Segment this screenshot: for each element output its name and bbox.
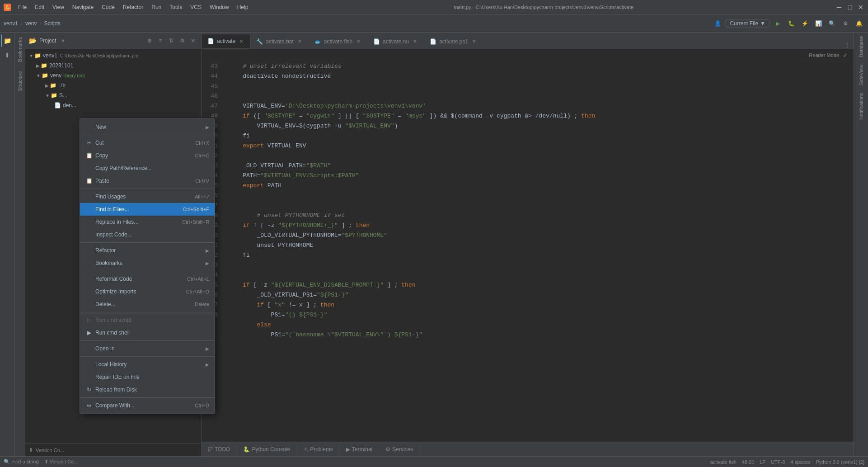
- tree-item-lib[interactable]: ▶ 📁 Lib: [25, 80, 201, 90]
- notifications-tab[interactable]: Notifications: [856, 89, 867, 123]
- tab-services[interactable]: ⚙ Services: [379, 442, 420, 456]
- ctx-copy-path[interactable]: Copy Path/Reference...: [80, 162, 215, 175]
- tab-activate-fish[interactable]: 🐟 activate.fish ✕: [309, 34, 367, 48]
- find-string-button[interactable]: 🔍 Find a string: [4, 459, 39, 465]
- tab-activate-bat[interactable]: 🔧 activate.bat ✕: [250, 34, 308, 48]
- menu-window[interactable]: Window: [206, 3, 233, 11]
- problems-icon: ⚠: [303, 446, 308, 453]
- tree-item-venv[interactable]: ▼ 📁 venv library root: [25, 71, 201, 80]
- structure-vtab[interactable]: Structure: [15, 66, 24, 96]
- project-dropdown-arrow[interactable]: ▼: [61, 38, 66, 43]
- code-editor[interactable]: 43 44 45 46 47 48 49 50 51 52 53 54 55 5…: [202, 61, 854, 442]
- locate-file-icon[interactable]: ⊕: [145, 36, 154, 45]
- menu-navigate[interactable]: Navigate: [69, 3, 97, 11]
- ctx-cut[interactable]: ✂ Cut Ctrl+X: [80, 137, 215, 149]
- tab-activate-close[interactable]: ✕: [238, 38, 244, 44]
- ctx-repair-ide[interactable]: Repair IDE on File: [80, 371, 215, 383]
- tab-activate-bat-close[interactable]: ✕: [296, 38, 303, 45]
- ctx-refactor[interactable]: Refactor ▶: [80, 244, 215, 257]
- menu-edit[interactable]: Edit: [31, 3, 48, 11]
- breadcrumb-venv[interactable]: venv: [25, 20, 37, 27]
- tree-item-venv1[interactable]: ▼ 📁 venv1 C:\Users\Xu Han\Desktop\pychar…: [25, 51, 201, 61]
- title-left: 🐍 File Edit View Navigate Code Refactor …: [4, 3, 252, 11]
- coverage-button[interactable]: ⚡: [799, 18, 810, 29]
- ctx-local-history[interactable]: Local History ▶: [80, 358, 215, 371]
- indent-setting[interactable]: 4 spaces: [790, 459, 810, 465]
- expand-arrow-venv: ▼: [36, 73, 41, 78]
- settings-button[interactable]: ⚙: [840, 18, 851, 29]
- ctx-delete[interactable]: Delete... Delete: [80, 298, 215, 311]
- sidebar-commit-icon[interactable]: ⬆: [1, 49, 14, 61]
- maximize-button[interactable]: □: [846, 4, 854, 11]
- tab-activate-fish-icon: 🐟: [314, 38, 321, 45]
- tab-activate-ps1[interactable]: 📄 activate.ps1 ✕: [424, 34, 483, 48]
- encoding[interactable]: UTF-8: [771, 459, 785, 465]
- ctx-find-in-files[interactable]: Find in Files... Ctrl+Shift+F: [80, 203, 215, 216]
- tree-item-20231101[interactable]: ▶ 📁 20231101: [25, 61, 201, 71]
- tab-python-console[interactable]: 🐍 Python Console: [237, 442, 297, 456]
- bookmarks-vtab[interactable]: Bookmarks: [15, 33, 24, 66]
- tab-activate[interactable]: 📄 activate ✕: [202, 34, 250, 48]
- debug-button[interactable]: 🐛: [786, 18, 797, 29]
- ctx-open-in[interactable]: Open In ▶: [80, 342, 215, 355]
- minimize-button[interactable]: ─: [835, 4, 843, 11]
- tab-problems[interactable]: ⚠ Problems: [297, 442, 340, 456]
- line-ending[interactable]: LF: [760, 459, 765, 465]
- menu-file[interactable]: File: [14, 3, 30, 11]
- ctx-compare-with[interactable]: ⇔ Compare With... Ctrl+D: [80, 399, 215, 412]
- profile-button[interactable]: 📊: [813, 18, 824, 29]
- database-tab[interactable]: Database: [856, 33, 867, 61]
- ctx-paste[interactable]: 📋 Paste Ctrl+V: [80, 175, 215, 187]
- menu-vcs[interactable]: VCS: [187, 3, 205, 11]
- cursor-position[interactable]: 48:20: [742, 459, 755, 465]
- sort-icon[interactable]: ⇅: [167, 36, 176, 45]
- updates-button[interactable]: 🔔: [854, 18, 864, 29]
- close-button[interactable]: ✕: [857, 4, 864, 11]
- menu-help[interactable]: Help: [234, 3, 252, 11]
- menu-run[interactable]: Run: [148, 3, 165, 11]
- breadcrumb-venv1[interactable]: venv1: [4, 20, 18, 27]
- menu-code[interactable]: Code: [98, 3, 118, 11]
- tree-item-scripts[interactable]: ▼ 📁 S...: [25, 90, 201, 100]
- ctx-replace-in-files[interactable]: Replace in Files... Ctrl+Shift+R: [80, 216, 215, 228]
- collapse-all-icon[interactable]: ≡: [156, 36, 165, 45]
- terminal-icon: ▶: [346, 446, 350, 453]
- breadcrumb-scripts[interactable]: Scripts: [44, 20, 61, 27]
- tab-terminal[interactable]: ▶ Terminal: [340, 442, 379, 456]
- close-panel-icon[interactable]: ✕: [188, 36, 197, 45]
- sideview-tab[interactable]: SideView: [856, 61, 867, 89]
- tab-activate-nu[interactable]: 📄 activate.nu ✕: [367, 34, 424, 48]
- run-button[interactable]: ▶: [772, 18, 783, 29]
- ctx-inspect-code[interactable]: Inspect Code...: [80, 228, 215, 241]
- gear-icon[interactable]: ⚙: [178, 36, 187, 45]
- reader-mode-check[interactable]: ✓: [843, 52, 848, 59]
- menu-tools[interactable]: Tools: [166, 3, 186, 11]
- ctx-sep-1: [80, 135, 215, 135]
- avatar-button[interactable]: 👤: [712, 18, 723, 29]
- run-config-dropdown[interactable]: Current File ▼: [726, 19, 769, 28]
- tab-overflow-button[interactable]: ⋮: [841, 42, 854, 48]
- tab-activate-ps1-icon: 📄: [430, 38, 436, 45]
- menu-view[interactable]: View: [49, 3, 68, 11]
- ctx-find-usages[interactable]: Find Usages Alt+F7: [80, 190, 215, 203]
- tab-todo[interactable]: ☑ TODO: [202, 442, 237, 456]
- tab-activate-nu-close[interactable]: ✕: [412, 38, 418, 45]
- tab-activate-fish-close[interactable]: ✕: [355, 38, 361, 45]
- ctx-new[interactable]: New ▶: [80, 121, 215, 133]
- python-interpreter[interactable]: Python 3.9 (venv1) [2]: [816, 459, 864, 465]
- ctx-reformat[interactable]: Reformat Code Ctrl+Alt+L: [80, 273, 215, 285]
- ctx-bookmarks[interactable]: Bookmarks ▶: [80, 257, 215, 269]
- ctx-copy[interactable]: 📋 Copy Ctrl+C: [80, 149, 215, 162]
- search-everywhere-button[interactable]: 🔍: [826, 18, 837, 29]
- sidebar-project-icon[interactable]: 📁: [1, 34, 14, 47]
- ctx-optimize-imports[interactable]: Optimize Imports Ctrl+Alt+O: [80, 285, 215, 298]
- version-control-label[interactable]: Version Co...: [36, 448, 64, 453]
- tree-item-den[interactable]: 📄 den...: [25, 100, 201, 110]
- menu-refactor[interactable]: Refactor: [119, 3, 147, 11]
- ctx-reload-from-disk[interactable]: ↻ Reload from Disk: [80, 383, 215, 396]
- code-content[interactable]: # unset irrelevant variables deactivate …: [223, 61, 854, 442]
- ctx-run-cmd-shell[interactable]: ▶ Run cmd shell: [80, 326, 215, 339]
- tab-activate-ps1-close[interactable]: ✕: [471, 38, 477, 45]
- version-control-status[interactable]: ⬆ Version Co...: [44, 459, 78, 465]
- vc-icon: ⬆: [44, 459, 48, 464]
